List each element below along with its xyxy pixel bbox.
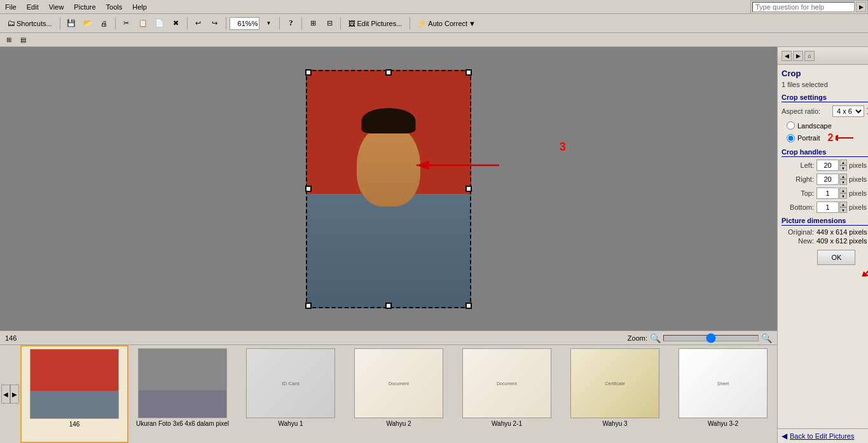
left-up-button[interactable]: ▲ — [839, 160, 847, 165]
ok-button[interactable]: OK — [817, 250, 855, 265]
aspect-ratio-select[interactable]: 4 x 6 — [832, 106, 864, 117]
right-up-button[interactable]: ▲ — [839, 174, 847, 179]
thumb-image-3: ID Card — [246, 348, 335, 418]
thumb-item-7[interactable]: Sheet Wahyu 3-2 — [669, 345, 777, 443]
toolbar-sep-2 — [115, 17, 116, 30]
crop-handle-tr[interactable] — [465, 69, 472, 76]
right-input[interactable] — [816, 174, 839, 185]
edit-pictures-button[interactable]: 🖼 Edit Pictures... — [344, 16, 406, 31]
zoom-in-button[interactable]: 🔍 — [761, 333, 772, 343]
toolbar-sep-5 — [279, 17, 280, 30]
filmstrip-view-button[interactable]: ⊟ — [322, 16, 337, 31]
thumbnail-view-button[interactable]: ⊞ — [305, 16, 320, 31]
menu-help[interactable]: Help — [127, 2, 152, 12]
top-down-button[interactable]: ▼ — [839, 193, 847, 199]
crop-handle-mr[interactable] — [465, 186, 472, 192]
auto-correct-button[interactable]: ⚡ Auto Correct ▼ — [413, 16, 480, 31]
help-toolbar-button[interactable]: ? — [283, 16, 298, 31]
menu-tools[interactable]: Tools — [101, 2, 128, 12]
menu-file[interactable]: File — [0, 2, 22, 12]
original-row: Original: 449 x 614 pixels — [782, 228, 868, 236]
view-btn-1[interactable]: ⊞ — [3, 34, 15, 46]
panel-title: Crop — [782, 69, 868, 78]
help-input[interactable] — [752, 2, 855, 12]
redo-button[interactable]: ↪ — [207, 16, 223, 31]
crop-handle-bl[interactable] — [305, 303, 312, 309]
auto-correct-icon: ⚡ — [418, 19, 427, 27]
thumb-item-4[interactable]: Document Wahyu 2 — [345, 345, 453, 443]
toolbar-sep-6 — [301, 17, 302, 30]
left-down-button[interactable]: ▼ — [839, 165, 847, 171]
landscape-radio[interactable] — [787, 121, 795, 130]
crop-settings-header: Crop settings — [782, 93, 868, 102]
right-panel: ◀ ▶ ⌂ ▼ ✕ Crop 1 files selected Crop set… — [777, 47, 868, 443]
thumb-image-7: Sheet — [679, 348, 768, 418]
menu-edit[interactable]: Edit — [22, 2, 44, 12]
panel-back-button[interactable]: ◀ — [782, 51, 792, 61]
toolbar2: ⊞ ▤ — [0, 33, 868, 47]
zoom-label: Zoom: — [628, 334, 647, 342]
bottom-down-button[interactable]: ▼ — [839, 207, 847, 213]
right-down-button[interactable]: ▼ — [839, 179, 847, 185]
picture-dimensions-header: Picture dimensions — [782, 217, 868, 226]
landscape-label: Landscape — [797, 122, 832, 130]
top-up-button[interactable]: ▲ — [839, 187, 847, 193]
thumb-label-4: Wahyu 2 — [386, 420, 411, 427]
back-link[interactable]: Back to Edit Pictures — [790, 432, 855, 440]
shortcuts-button[interactable]: 🗂 Shortcuts... — [3, 16, 57, 31]
thumb-item-5[interactable]: Document Wahyu 2-1 — [453, 345, 561, 443]
crop-handle-tc[interactable] — [385, 69, 392, 76]
top-input[interactable] — [816, 187, 839, 199]
photo-background — [306, 70, 471, 308]
aspect-ratio-label: Aspect ratio: — [782, 107, 832, 115]
print-button[interactable]: 🖨 — [97, 16, 112, 31]
zoom-dropdown-button[interactable]: ▼ — [261, 16, 276, 31]
thumb-item-3[interactable]: ID Card Wahyu 1 — [237, 345, 345, 443]
left-pixels-label: pixels — [849, 161, 867, 169]
strip-prev-button[interactable]: ◀ — [1, 385, 10, 404]
thumb-item-1[interactable]: 146 — [20, 345, 128, 443]
bottom-up-button[interactable]: ▲ — [839, 201, 847, 207]
crop-handle-tl[interactable] — [305, 69, 312, 76]
view-btn-2[interactable]: ▤ — [17, 34, 29, 46]
menu-view[interactable]: View — [44, 2, 69, 12]
top-label: Top: — [782, 189, 816, 197]
menu-picture[interactable]: Picture — [69, 2, 100, 12]
portrait-radio[interactable] — [787, 134, 795, 142]
annotation-3: 3 — [560, 140, 566, 154]
zoom-slider[interactable] — [663, 335, 759, 341]
strip-next-button[interactable]: ▶ — [10, 385, 19, 404]
save-button[interactable]: 💾 — [64, 16, 79, 31]
open-button[interactable]: 📂 — [80, 16, 95, 31]
portrait-row: Portrait 2 — [782, 132, 868, 144]
toolbar-sep-8 — [410, 17, 410, 30]
panel-home-button[interactable]: ⌂ — [804, 51, 815, 61]
panel-forward-button[interactable]: ▶ — [793, 51, 803, 61]
main-content: 3 146 Zoom: 🔍 🔍 ◀ ▶ — [0, 47, 868, 443]
crop-handle-br[interactable] — [465, 303, 472, 309]
face-area — [357, 124, 420, 207]
delete-button[interactable]: ✖ — [169, 16, 184, 31]
left-input[interactable] — [816, 160, 839, 171]
zoom-out-button[interactable]: 🔍 — [650, 333, 661, 343]
panel-nav-icons: ◀ ▶ ⌂ — [782, 51, 815, 61]
edit-pictures-label: Edit Pictures... — [357, 20, 402, 27]
thumb-item-2[interactable]: Ukuran Foto 3x6 4x6 dalam pixel — [128, 345, 237, 443]
zoom-box: % — [230, 17, 260, 30]
crop-handle-bc[interactable] — [385, 303, 392, 309]
bottom-input[interactable] — [816, 201, 839, 213]
copy-button[interactable]: 📋 — [135, 16, 151, 31]
zoom-input[interactable] — [231, 20, 252, 27]
original-label: Original: — [782, 228, 816, 236]
crop-handle-ml[interactable] — [305, 186, 312, 192]
toolbar-sep-4 — [226, 17, 226, 30]
thumb-item-6[interactable]: Certificate Wahyu 3 — [561, 345, 669, 443]
cut-button[interactable]: ✂ — [119, 16, 134, 31]
shortcuts-label: Shortcuts... — [17, 20, 52, 27]
paste-button[interactable]: 📄 — [152, 16, 167, 31]
undo-button[interactable]: ↩ — [191, 16, 206, 31]
right-value-group: ▲ ▼ pixels — [816, 174, 867, 185]
toolbar-sep-7 — [340, 17, 341, 30]
help-submit-button[interactable]: ▶ — [856, 2, 866, 12]
photo-container[interactable] — [306, 70, 471, 308]
